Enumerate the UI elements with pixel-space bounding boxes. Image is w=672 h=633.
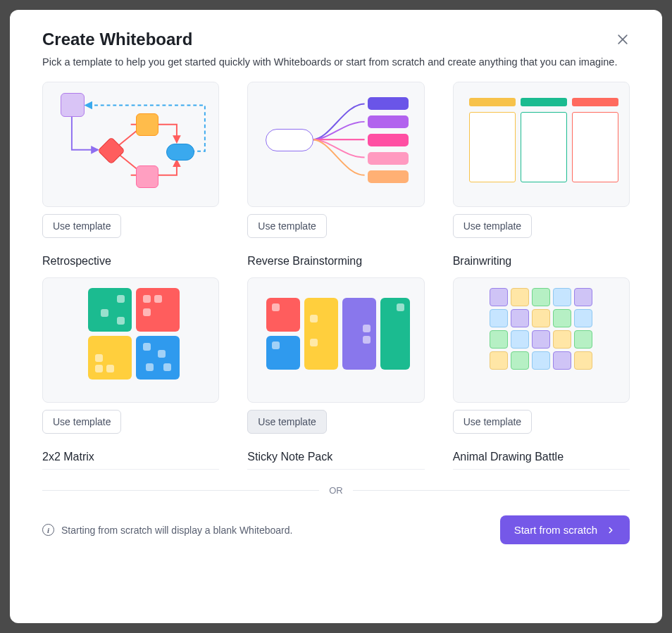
chevron-right-icon bbox=[606, 525, 616, 535]
footer-info: i Starting from scratch will display a b… bbox=[42, 524, 292, 536]
template-title-animal-drawing-battle: Animal Drawing Battle bbox=[453, 451, 630, 470]
template-preview-retrospective[interactable] bbox=[42, 277, 219, 403]
use-template-button[interactable]: Use template bbox=[453, 214, 532, 238]
template-preview-concept-mapping[interactable] bbox=[247, 82, 424, 207]
divider: OR bbox=[42, 485, 630, 496]
template-card-reverse-brainstorming: Reverse Brainstorming Use template bbox=[247, 255, 424, 434]
use-template-button[interactable]: Use template bbox=[42, 410, 121, 434]
template-card-concept-mapping: Concept Mapping bbox=[247, 77, 424, 238]
template-card-stand-up: Stand Up Use template bbox=[453, 77, 630, 238]
info-icon: i bbox=[42, 524, 54, 536]
modal-header: Create Whiteboard Pick a template to hel… bbox=[10, 10, 662, 77]
divider-label: OR bbox=[329, 485, 343, 496]
scratch-label: Start from scratch bbox=[514, 524, 597, 536]
template-title: Brainwriting bbox=[453, 255, 630, 270]
template-card-flow-chart: Flow Chart bbox=[42, 77, 219, 238]
template-preview-brainwriting[interactable] bbox=[453, 277, 630, 403]
template-preview-reverse-brainstorming[interactable] bbox=[247, 277, 424, 403]
use-template-button[interactable]: Use template bbox=[247, 214, 326, 238]
template-card-brainwriting: Brainwriting bbox=[453, 255, 630, 434]
template-card-retrospective: Retrospective bbox=[42, 255, 219, 434]
brainwriting-grid bbox=[490, 288, 592, 370]
template-preview-flow-chart[interactable] bbox=[42, 82, 219, 207]
close-icon[interactable] bbox=[616, 32, 630, 46]
create-whiteboard-modal: Create Whiteboard Pick a template to hel… bbox=[10, 10, 662, 623]
template-title-2x2-matrix: 2x2 Matrix bbox=[42, 451, 219, 470]
use-template-button[interactable]: Use template bbox=[42, 214, 121, 238]
start-from-scratch-button[interactable]: Start from scratch bbox=[500, 515, 630, 544]
modal-body[interactable]: Flow Chart bbox=[10, 77, 662, 623]
use-template-button[interactable]: Use template bbox=[453, 410, 532, 434]
footer-info-text: Starting from scratch will display a bla… bbox=[61, 525, 292, 536]
modal-subtitle: Pick a template to help you get started … bbox=[42, 56, 630, 68]
template-title: Reverse Brainstorming bbox=[247, 255, 424, 270]
use-template-button[interactable]: Use template bbox=[247, 410, 326, 434]
template-preview-stand-up[interactable] bbox=[453, 82, 630, 207]
template-title: Retrospective bbox=[42, 255, 219, 270]
modal-title: Create Whiteboard bbox=[42, 30, 630, 49]
template-title-sticky-note-pack: Sticky Note Pack bbox=[247, 451, 424, 470]
